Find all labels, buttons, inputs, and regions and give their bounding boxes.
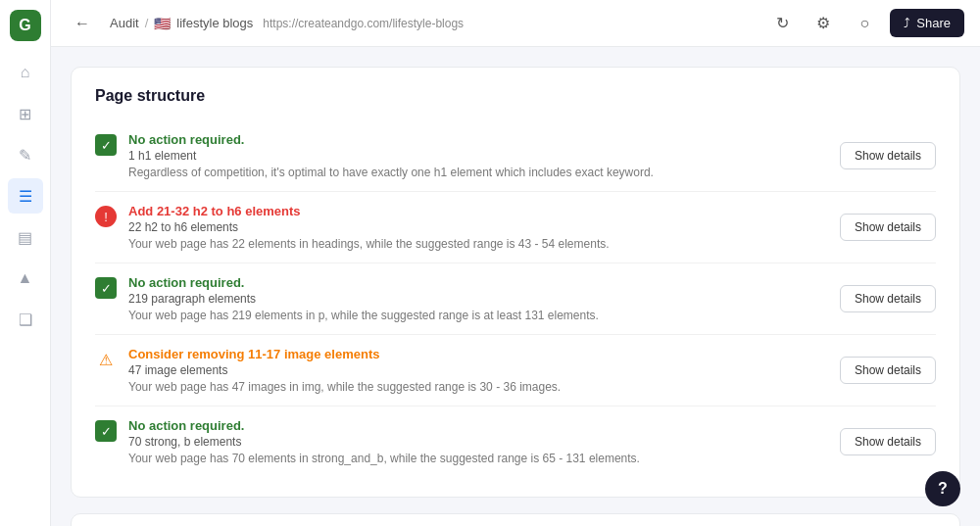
check-button[interactable]: ○ — [849, 8, 880, 39]
audit-title-img: Consider removing 11-17 image elements — [128, 347, 828, 361]
show-details-h1[interactable]: Show details — [840, 142, 936, 169]
error-icon-h2h6: ! — [95, 206, 117, 227]
title-meta-card: Title and meta description length ✓ No a… — [71, 513, 960, 526]
help-button[interactable]: ? — [925, 471, 960, 506]
share-button[interactable]: ⤴ Share — [890, 9, 964, 37]
audit-desc-h2h6: Your web page has 22 elements in heading… — [128, 237, 828, 251]
success-icon-strong: ✓ — [95, 420, 117, 442]
audit-content-img: Consider removing 11-17 image elements 4… — [128, 347, 828, 394]
audit-desc-para: Your web page has 219 elements in p, whi… — [128, 309, 828, 322]
sidebar-item-dashboard[interactable]: ⊞ — [8, 96, 43, 131]
page-structure-card: Page structure ✓ No action required. 1 h… — [71, 67, 960, 498]
audit-item-img: ⚠ Consider removing 11-17 image elements… — [95, 335, 936, 406]
audit-sub-h2h6: 22 h2 to h6 elements — [128, 220, 828, 234]
main-area: ← Audit / 🇺🇸 lifestyle blogs https://cre… — [51, 0, 980, 526]
show-details-strong[interactable]: Show details — [840, 428, 936, 455]
audit-content-para: No action required. 219 paragraph elemen… — [128, 275, 828, 322]
audit-item-strong: ✓ No action required. 70 strong, b eleme… — [95, 406, 936, 477]
show-details-para[interactable]: Show details — [840, 285, 936, 312]
audit-sub-img: 47 image elements — [128, 363, 828, 377]
sidebar: G ⌂ ⊞ ✎ ☰ ▤ ▲ ❑ — [0, 0, 51, 526]
settings-button[interactable]: ⚙ — [808, 8, 839, 39]
audit-content-strong: No action required. 70 strong, b element… — [128, 418, 828, 465]
app-logo: G — [10, 10, 41, 41]
audit-sub-strong: 70 strong, b elements — [128, 435, 828, 449]
breadcrumb: Audit / 🇺🇸 lifestyle blogs https://creat… — [110, 16, 464, 31]
flag-icon: 🇺🇸 — [154, 16, 171, 31]
audit-content-h1: No action required. 1 h1 element Regardl… — [128, 132, 828, 179]
success-icon-h1: ✓ — [95, 134, 117, 156]
breadcrumb-root: Audit — [110, 16, 139, 30]
sidebar-item-chart[interactable]: ▲ — [8, 261, 43, 296]
page-url: https://createandgo.com/lifestyle-blogs — [263, 17, 464, 30]
audit-title-h1: No action required. — [128, 132, 828, 147]
audit-item-para: ✓ No action required. 219 paragraph elem… — [95, 263, 936, 335]
audit-title-strong: No action required. — [128, 418, 828, 433]
audit-desc-strong: Your web page has 70 elements in strong_… — [128, 452, 828, 465]
page-structure-title: Page structure — [95, 87, 936, 105]
share-icon: ⤴ — [904, 16, 910, 30]
warning-icon-img: ⚠ — [95, 349, 117, 370]
audit-sub-h1: 1 h1 element — [128, 149, 828, 163]
success-icon-para: ✓ — [95, 277, 117, 299]
back-button[interactable]: ← — [67, 8, 98, 39]
sidebar-item-reports[interactable]: ❑ — [8, 302, 43, 337]
audit-item-h1: ✓ No action required. 1 h1 element Regar… — [95, 120, 936, 192]
share-label: Share — [916, 16, 951, 30]
audit-title-para: No action required. — [128, 275, 828, 290]
sidebar-item-edit[interactable]: ✎ — [8, 137, 43, 172]
content-area: Page structure ✓ No action required. 1 h… — [51, 47, 980, 526]
audit-desc-img: Your web page has 47 images in img, whil… — [128, 380, 828, 394]
audit-desc-h1: Regardless of competition, it's optimal … — [128, 166, 828, 179]
topnav: ← Audit / 🇺🇸 lifestyle blogs https://cre… — [51, 0, 980, 47]
sidebar-item-home[interactable]: ⌂ — [8, 55, 43, 90]
audit-content-h2h6: Add 21-32 h2 to h6 elements 22 h2 to h6 … — [128, 204, 828, 251]
breadcrumb-separator: / — [145, 16, 149, 30]
sidebar-item-list[interactable]: ▤ — [8, 219, 43, 255]
audit-item-h2h6: ! Add 21-32 h2 to h6 elements 22 h2 to h… — [95, 192, 936, 263]
audit-sub-para: 219 paragraph elements — [128, 292, 828, 306]
refresh-button[interactable]: ↻ — [766, 8, 798, 39]
breadcrumb-page: lifestyle blogs — [176, 16, 253, 30]
show-details-img[interactable]: Show details — [840, 357, 936, 384]
sidebar-item-content[interactable]: ☰ — [8, 178, 43, 214]
topnav-actions: ↻ ⚙ ○ ⤴ Share — [766, 8, 964, 39]
audit-title-h2h6: Add 21-32 h2 to h6 elements — [128, 204, 828, 218]
show-details-h2h6[interactable]: Show details — [840, 214, 936, 241]
